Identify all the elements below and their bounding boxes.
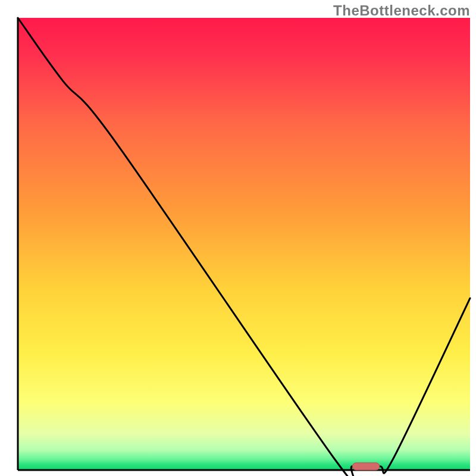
chart-frame: TheBottleneck.com bbox=[0, 0, 476, 476]
bottleneck-plot bbox=[0, 0, 476, 476]
plot-background bbox=[18, 18, 470, 470]
trough-marker bbox=[352, 463, 380, 470]
